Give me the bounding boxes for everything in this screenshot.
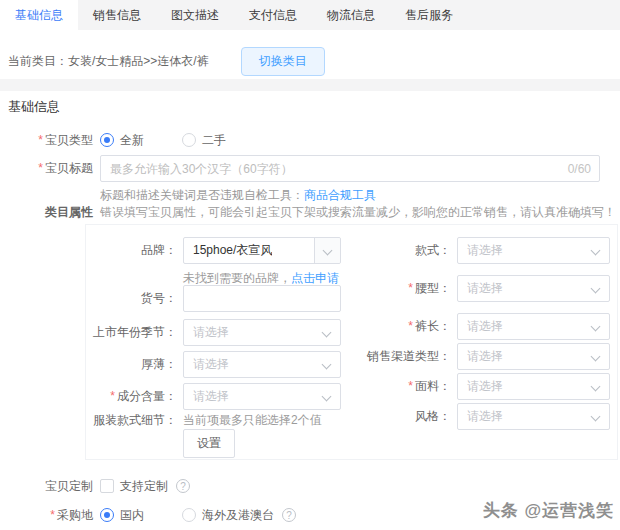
sales-channel-row: *销售渠道类型： 请选择 xyxy=(341,343,610,370)
tab-logistics-info[interactable]: 物流信息 xyxy=(312,0,390,30)
thickness-label: 厚薄： xyxy=(86,356,177,373)
purchase-place-row: *采购地 国内 海外及港澳台 ? xyxy=(0,506,296,524)
item-title-row: *宝贝标题 0/60 xyxy=(0,155,600,182)
switch-category-button[interactable]: 切换类目 xyxy=(241,47,325,76)
category-attrs-label: 类目属性 xyxy=(0,204,93,221)
chevron-down-icon xyxy=(323,246,333,256)
item-number-label: 货号： xyxy=(86,290,177,307)
radio-domestic-label: 国内 xyxy=(120,507,144,524)
chevron-down-icon xyxy=(591,412,601,422)
thickness-row: 厚薄： 请选择 xyxy=(86,351,341,378)
season-select[interactable]: 请选择 xyxy=(183,319,341,346)
chevron-down-icon xyxy=(591,246,601,256)
category-attrs-warning: 错误填写宝贝属性，可能会引起宝贝下架或搜索流量减少，影响您的正常销售，请认真准确… xyxy=(100,204,616,221)
style-detail-note: 当前项最多只能选择2个值 xyxy=(183,412,322,429)
radio-used[interactable] xyxy=(182,133,196,147)
brand-select[interactable]: 15phoe/衣宣风 xyxy=(183,237,341,264)
chevron-down-icon xyxy=(591,352,601,362)
pants-length-label: *裤长： xyxy=(341,318,451,335)
waist-row: *腰型： 请选择 xyxy=(341,275,610,302)
chevron-down-icon xyxy=(322,360,332,370)
title-input[interactable] xyxy=(100,155,600,182)
item-type-row: *宝贝类型 全新 二手 xyxy=(0,131,226,149)
required-marker: * xyxy=(408,281,413,295)
item-title-label: *宝贝标题 xyxy=(0,160,93,177)
composition-row: *成分含量： 请选择 xyxy=(86,383,341,410)
brand-select-append[interactable] xyxy=(314,238,340,263)
style-label: *风格： xyxy=(341,408,451,425)
tab-after-sales[interactable]: 售后服务 xyxy=(390,0,468,30)
radio-new[interactable] xyxy=(100,133,114,147)
brand-label: 品牌： xyxy=(86,242,177,259)
fabric-row: *面料： 请选择 xyxy=(341,373,610,400)
product-edit-page: 基础信息 销售信息 图文描述 支付信息 物流信息 售后服务 当前类目：女装/女士… xyxy=(0,0,620,530)
compliance-tool-link[interactable]: 商品合规工具 xyxy=(304,187,376,204)
tab-bar: 基础信息 销售信息 图文描述 支付信息 物流信息 售后服务 xyxy=(0,0,620,30)
customization-checkbox[interactable] xyxy=(100,479,114,493)
radio-overseas-label: 海外及港澳台 xyxy=(202,507,274,524)
composition-select[interactable]: 请选择 xyxy=(183,383,341,410)
chevron-down-icon xyxy=(591,322,601,332)
waist-label: *腰型： xyxy=(341,280,451,297)
style-detail-row: 服装款式细节： 当前项最多只能选择2个值 xyxy=(86,411,322,429)
fabric-label: *面料： xyxy=(341,378,451,395)
required-marker: * xyxy=(408,319,413,333)
required-marker: * xyxy=(38,161,43,175)
thickness-select[interactable]: 请选择 xyxy=(183,351,341,378)
design-row: *款式： 请选择 xyxy=(341,237,610,264)
attributes-panel: 品牌： 15phoe/衣宣风 未找到需要的品牌，点击申请 货号： 上市年份季节：… xyxy=(85,224,618,460)
item-type-label: *宝贝类型 xyxy=(0,132,93,149)
season-row: 上市年份季节： 请选择 xyxy=(86,319,341,346)
current-category-row: 当前类目：女装/女士精品>>连体衣/裤 切换类目 xyxy=(8,47,325,76)
tab-payment-info[interactable]: 支付信息 xyxy=(234,0,312,30)
sales-channel-select[interactable]: 请选择 xyxy=(457,343,610,370)
chevron-down-icon xyxy=(591,284,601,294)
required-marker: * xyxy=(50,508,55,522)
fabric-select[interactable]: 请选择 xyxy=(457,373,610,400)
title-helper-row: 标题和描述关键词是否违规自检工具：商品合规工具 xyxy=(0,186,376,204)
sales-channel-label: *销售渠道类型： xyxy=(341,348,451,365)
design-label: *款式： xyxy=(341,242,451,259)
item-number-input[interactable] xyxy=(183,285,341,312)
chevron-down-icon xyxy=(322,328,332,338)
style-select[interactable]: 请选择 xyxy=(457,403,610,430)
customization-checkbox-label: 支持定制 xyxy=(120,478,168,495)
item-number-row: 货号： xyxy=(86,285,341,312)
char-counter: 0/60 xyxy=(568,162,591,176)
design-select[interactable]: 请选择 xyxy=(457,237,610,264)
help-icon[interactable]: ? xyxy=(176,479,190,493)
season-label: 上市年份季节： xyxy=(86,324,177,341)
watermark: 头条 @运营浅笑 xyxy=(483,499,614,522)
section-title-basic-info: 基础信息 xyxy=(8,98,60,116)
waist-select[interactable]: 请选择 xyxy=(457,275,610,302)
brand-row: 品牌： 15phoe/衣宣风 xyxy=(86,237,341,264)
pants-length-select[interactable]: 请选择 xyxy=(457,313,610,340)
section-divider xyxy=(0,79,620,91)
required-marker: * xyxy=(110,389,115,403)
tab-sales-info[interactable]: 销售信息 xyxy=(78,0,156,30)
tab-basic-info[interactable]: 基础信息 xyxy=(0,0,78,30)
style-detail-label: 服装款式细节： xyxy=(86,412,177,429)
current-category-label: 当前类目：女装/女士精品>>连体衣/裤 xyxy=(8,53,209,70)
composition-label: *成分含量： xyxy=(86,388,177,405)
help-icon[interactable]: ? xyxy=(282,508,296,522)
radio-used-label: 二手 xyxy=(202,132,226,149)
chevron-down-icon xyxy=(322,392,332,402)
settings-button[interactable]: 设置 xyxy=(183,429,235,458)
pants-length-row: *裤长： 请选择 xyxy=(341,313,610,340)
brand-apply-link[interactable]: 点击申请 xyxy=(291,271,339,285)
title-helper-text: 标题和描述关键词是否违规自检工具： xyxy=(100,187,304,204)
radio-overseas[interactable] xyxy=(182,508,196,522)
required-marker: * xyxy=(38,133,43,147)
radio-new-label: 全新 xyxy=(120,132,144,149)
category-attrs-row: 类目属性 错误填写宝贝属性，可能会引起宝贝下架或搜索流量减少，影响您的正常销售，… xyxy=(0,203,616,221)
chevron-down-icon xyxy=(591,382,601,392)
style-row: *风格： 请选择 xyxy=(341,403,610,430)
required-marker: * xyxy=(408,379,413,393)
customization-row: 宝贝定制 支持定制 ? xyxy=(0,477,190,495)
purchase-place-label: *采购地 xyxy=(0,507,93,524)
tab-description[interactable]: 图文描述 xyxy=(156,0,234,30)
customization-label: 宝贝定制 xyxy=(0,478,93,495)
radio-domestic[interactable] xyxy=(100,508,114,522)
